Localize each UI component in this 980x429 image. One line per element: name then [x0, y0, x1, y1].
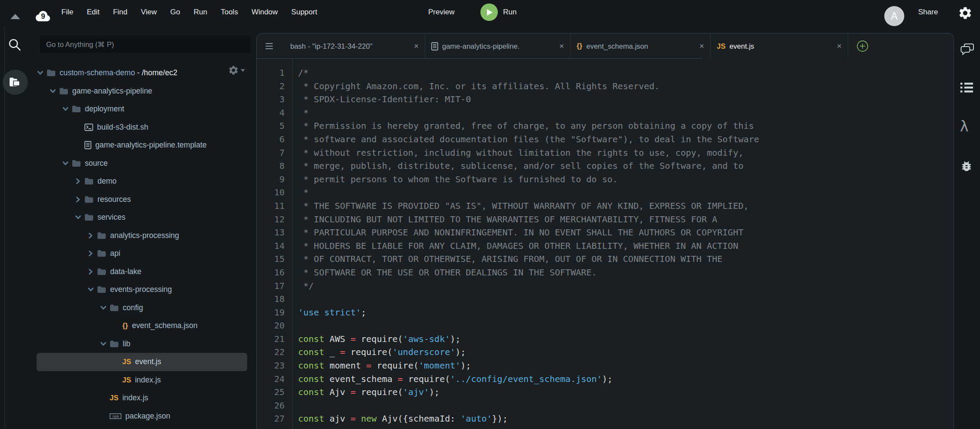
tree-item[interactable]: {}event_schema.json: [24, 317, 247, 335]
folder-icon: [84, 196, 94, 203]
tree-item-label: package.json: [125, 412, 170, 421]
js-file-icon: JS: [110, 394, 118, 402]
tree-item[interactable]: data-lake: [24, 263, 247, 281]
run-label: Run: [503, 8, 517, 17]
tree-item[interactable]: deployment: [24, 100, 247, 118]
folder-icon: [110, 340, 119, 348]
line-number: 7: [257, 146, 292, 160]
menu-item-go[interactable]: Go: [170, 8, 180, 17]
line-number: 5: [257, 119, 292, 133]
tree-item-label: deployment: [85, 104, 124, 114]
chevron-right-icon[interactable]: [75, 198, 84, 201]
tree-item-label: events-processing: [110, 285, 172, 294]
tree-item[interactable]: JSevent.js: [37, 353, 247, 371]
tree-item[interactable]: JSindex.js: [24, 389, 247, 407]
editor-tab[interactable]: game-analytics-pipeline.×: [425, 34, 571, 59]
line-number: 24: [257, 372, 292, 386]
tree-item[interactable]: api: [24, 245, 247, 263]
menu-item-tools[interactable]: Tools: [221, 8, 238, 17]
chevron-down-icon[interactable]: [88, 288, 97, 292]
tree-item-path: - /home/ec2: [135, 68, 177, 77]
tree-item[interactable]: services: [24, 208, 247, 227]
menu-item-edit[interactable]: Edit: [87, 8, 99, 17]
close-icon[interactable]: ×: [832, 41, 842, 51]
tree-item[interactable]: game-analytics-pipeline: [24, 82, 247, 101]
chevron-down-icon[interactable]: [37, 71, 47, 75]
tree-item[interactable]: source: [24, 154, 247, 173]
tree-item[interactable]: JSindex.js: [24, 371, 247, 389]
collaboration-icon[interactable]: [960, 43, 974, 58]
line-number: 9: [257, 173, 292, 186]
menu-item-find[interactable]: Find: [113, 8, 128, 17]
tree-item-label: config: [123, 303, 143, 312]
menu-item-run[interactable]: Run: [194, 8, 207, 17]
line-number: 25: [257, 385, 292, 399]
line-number: 1: [257, 66, 292, 80]
code-line: *: [298, 186, 759, 199]
line-number: 27: [257, 412, 292, 426]
collapse-menubar-icon[interactable]: [10, 14, 20, 19]
tree-item[interactable]: game-analytics-pipeline.template: [24, 136, 247, 154]
tree-item[interactable]: analytics-processing: [24, 227, 247, 245]
tree-item[interactable]: events-processing: [24, 281, 247, 299]
code-line: * INCLUDING BUT NOT LIMITED TO THE WARRA…: [298, 213, 759, 226]
tree-item[interactable]: build-s3-dist.sh: [24, 118, 247, 137]
folder-icon: [59, 87, 68, 95]
tree-item-label: services: [97, 213, 125, 222]
cloud9-logo-icon[interactable]: 9: [34, 10, 51, 24]
search-icon[interactable]: [7, 37, 22, 54]
aws-resources-lambda-icon[interactable]: λ: [960, 118, 969, 135]
tree-item-label: api: [110, 249, 120, 258]
tab-label: bash - "ip-172-31-34-220": [290, 42, 373, 50]
tree-item-label: resources: [97, 195, 131, 204]
preview-button[interactable]: Preview: [428, 8, 454, 17]
tree-item[interactable]: resources: [24, 191, 247, 209]
tree-item[interactable]: custom-schema-demo - /home/ec2: [24, 64, 247, 82]
editor-tab[interactable]: bash - "ip-172-31-34-220"×: [284, 34, 425, 59]
menu-item-view[interactable]: View: [141, 8, 157, 17]
tab-label: game-analytics-pipeline.: [442, 42, 520, 50]
outline-icon[interactable]: [960, 82, 973, 95]
document-icon: [431, 42, 438, 50]
debug-bug-icon[interactable]: [960, 160, 973, 174]
tree-item[interactable]: config: [24, 299, 247, 317]
goto-anything-input[interactable]: [40, 36, 251, 53]
chevron-right-icon[interactable]: [88, 251, 97, 255]
chevron-right-icon[interactable]: [88, 234, 97, 238]
npm-icon: npm: [110, 413, 121, 419]
chevron-down-icon[interactable]: [101, 342, 110, 346]
tree-item[interactable]: demo: [24, 172, 247, 191]
chevron-down-icon[interactable]: [75, 215, 84, 219]
close-icon[interactable]: ×: [555, 41, 564, 51]
js-file-icon: JS: [717, 42, 725, 50]
code-line: const AWS = require('aws-sdk');: [298, 332, 759, 346]
editor-tab[interactable]: JSevent.js×: [711, 34, 848, 59]
avatar[interactable]: A: [884, 6, 904, 26]
chevron-down-icon[interactable]: [50, 89, 59, 93]
menu-item-file[interactable]: File: [61, 8, 73, 17]
chevron-right-icon[interactable]: [88, 270, 97, 274]
tree-item-label: event.js: [135, 357, 161, 366]
new-tab-button[interactable]: [856, 40, 869, 52]
run-button[interactable]: Run: [480, 3, 517, 21]
close-icon[interactable]: ×: [695, 41, 704, 51]
tab-bar: bash - "ip-172-31-34-220"×game-analytics…: [257, 34, 953, 59]
chevron-down-icon[interactable]: [63, 107, 72, 111]
chevron-down-icon[interactable]: [63, 161, 72, 165]
code-editor[interactable]: 1234567891011121314151617181920212223242…: [257, 59, 953, 429]
menu-item-support[interactable]: Support: [291, 8, 317, 17]
chevron-right-icon[interactable]: [75, 179, 84, 183]
tree-item[interactable]: lib: [24, 335, 247, 353]
chevron-down-icon[interactable]: [101, 306, 110, 310]
code-line: [298, 399, 759, 412]
close-icon[interactable]: ×: [409, 41, 419, 51]
editor-tab[interactable]: {}event_schema.json×: [571, 34, 711, 59]
share-button[interactable]: Share: [918, 8, 938, 17]
settings-gear-icon[interactable]: [958, 6, 973, 22]
menu-item-window[interactable]: Window: [252, 8, 278, 17]
tab-list-menu-icon[interactable]: [265, 41, 273, 51]
js-file-icon: JS: [122, 358, 131, 366]
tree-item[interactable]: npmpackage.json: [24, 407, 247, 426]
code-line: [298, 292, 759, 306]
code-line: const event_schema = require('../config/…: [298, 372, 759, 386]
